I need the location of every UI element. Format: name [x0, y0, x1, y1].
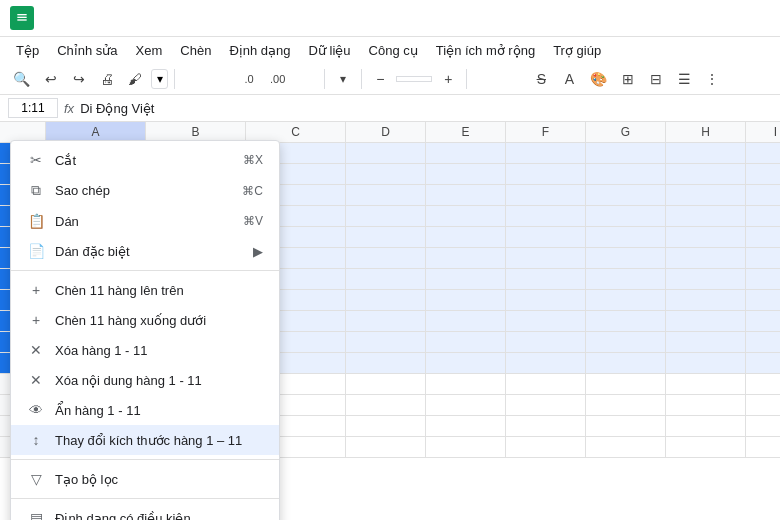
- cell-h7[interactable]: [666, 269, 746, 289]
- col-header-g[interactable]: G: [586, 122, 666, 142]
- menu-item-8[interactable]: Trợ giúp: [545, 39, 609, 62]
- font-name-selector[interactable]: ▾: [331, 67, 355, 91]
- cell-g9[interactable]: [586, 311, 666, 331]
- cell-d2[interactable]: [346, 164, 426, 184]
- cell-g13[interactable]: [586, 395, 666, 415]
- increase-font-btn[interactable]: +: [436, 67, 460, 91]
- cell-d3[interactable]: [346, 185, 426, 205]
- cell-f1[interactable]: [506, 143, 586, 163]
- cell-e6[interactable]: [426, 248, 506, 268]
- col-header-i[interactable]: I: [746, 122, 780, 142]
- cell-i10[interactable]: [746, 332, 780, 352]
- cell-f2[interactable]: [506, 164, 586, 184]
- col-header-c[interactable]: C: [246, 122, 346, 142]
- cell-h10[interactable]: [666, 332, 746, 352]
- cell-d14[interactable]: [346, 416, 426, 436]
- cell-e15[interactable]: [426, 437, 506, 457]
- cell-i9[interactable]: [746, 311, 780, 331]
- menu-item-0[interactable]: Tệp: [8, 39, 47, 62]
- cell-i6[interactable]: [746, 248, 780, 268]
- menu-item-7[interactable]: Tiện ích mở rộng: [428, 39, 543, 62]
- cell-f7[interactable]: [506, 269, 586, 289]
- cell-h8[interactable]: [666, 290, 746, 310]
- cell-g8[interactable]: [586, 290, 666, 310]
- cell-f4[interactable]: [506, 206, 586, 226]
- cell-f8[interactable]: [506, 290, 586, 310]
- cell-h9[interactable]: [666, 311, 746, 331]
- col-header-d[interactable]: D: [346, 122, 426, 142]
- cell-i7[interactable]: [746, 269, 780, 289]
- cell-e11[interactable]: [426, 353, 506, 373]
- cell-e7[interactable]: [426, 269, 506, 289]
- cell-d10[interactable]: [346, 332, 426, 352]
- cell-h15[interactable]: [666, 437, 746, 457]
- cell-i8[interactable]: [746, 290, 780, 310]
- cell-h3[interactable]: [666, 185, 746, 205]
- cell-g4[interactable]: [586, 206, 666, 226]
- search-btn[interactable]: 🔍: [8, 67, 35, 91]
- cell-g3[interactable]: [586, 185, 666, 205]
- cell-d4[interactable]: [346, 206, 426, 226]
- cell-h4[interactable]: [666, 206, 746, 226]
- zoom-selector[interactable]: ▾: [151, 69, 168, 89]
- cell-i2[interactable]: [746, 164, 780, 184]
- ctx-item-14[interactable]: ▤Định dạng có điều kiện: [11, 503, 279, 520]
- cell-g11[interactable]: [586, 353, 666, 373]
- cell-h6[interactable]: [666, 248, 746, 268]
- text-color-btn[interactable]: A: [557, 67, 581, 91]
- ctx-item-9[interactable]: 👁Ẩn hàng 1 - 11: [11, 395, 279, 425]
- cell-h12[interactable]: [666, 374, 746, 394]
- strikethrough-btn[interactable]: S: [529, 67, 553, 91]
- ctx-item-7[interactable]: ✕Xóa hàng 1 - 11: [11, 335, 279, 365]
- cell-g2[interactable]: [586, 164, 666, 184]
- cell-e14[interactable]: [426, 416, 506, 436]
- cell-i5[interactable]: [746, 227, 780, 247]
- font-size-input[interactable]: [396, 76, 432, 82]
- cell-f9[interactable]: [506, 311, 586, 331]
- cell-e9[interactable]: [426, 311, 506, 331]
- menu-item-1[interactable]: Chỉnh sửa: [49, 39, 125, 62]
- ctx-item-3[interactable]: 📄Dán đặc biệt▶: [11, 236, 279, 266]
- cell-reference[interactable]: [8, 98, 58, 118]
- cell-g1[interactable]: [586, 143, 666, 163]
- cell-g14[interactable]: [586, 416, 666, 436]
- menu-item-4[interactable]: Định dạng: [221, 39, 298, 62]
- cell-h1[interactable]: [666, 143, 746, 163]
- fill-color-btn[interactable]: 🎨: [585, 67, 612, 91]
- cell-i11[interactable]: [746, 353, 780, 373]
- cell-d13[interactable]: [346, 395, 426, 415]
- cell-d1[interactable]: [346, 143, 426, 163]
- menu-item-6[interactable]: Công cụ: [361, 39, 426, 62]
- cell-i13[interactable]: [746, 395, 780, 415]
- align-btn[interactable]: ☰: [672, 67, 696, 91]
- cell-e5[interactable]: [426, 227, 506, 247]
- dec-decimals-btn[interactable]: .0: [237, 67, 261, 91]
- cell-d8[interactable]: [346, 290, 426, 310]
- cell-f13[interactable]: [506, 395, 586, 415]
- cell-d12[interactable]: [346, 374, 426, 394]
- redo-btn[interactable]: ↪: [67, 67, 91, 91]
- cell-f3[interactable]: [506, 185, 586, 205]
- cell-f15[interactable]: [506, 437, 586, 457]
- cell-g7[interactable]: [586, 269, 666, 289]
- cell-e8[interactable]: [426, 290, 506, 310]
- paint-format-btn[interactable]: 🖌: [123, 67, 147, 91]
- cell-i4[interactable]: [746, 206, 780, 226]
- cell-f14[interactable]: [506, 416, 586, 436]
- col-header-f[interactable]: F: [506, 122, 586, 142]
- cell-e4[interactable]: [426, 206, 506, 226]
- cell-d11[interactable]: [346, 353, 426, 373]
- cell-e12[interactable]: [426, 374, 506, 394]
- cell-e13[interactable]: [426, 395, 506, 415]
- cell-i15[interactable]: [746, 437, 780, 457]
- cell-e2[interactable]: [426, 164, 506, 184]
- cell-h5[interactable]: [666, 227, 746, 247]
- cell-g6[interactable]: [586, 248, 666, 268]
- cell-i12[interactable]: [746, 374, 780, 394]
- cell-f12[interactable]: [506, 374, 586, 394]
- col-header-h[interactable]: H: [666, 122, 746, 142]
- cell-e10[interactable]: [426, 332, 506, 352]
- decrease-font-btn[interactable]: −: [368, 67, 392, 91]
- cell-g10[interactable]: [586, 332, 666, 352]
- italic-btn[interactable]: [501, 67, 525, 91]
